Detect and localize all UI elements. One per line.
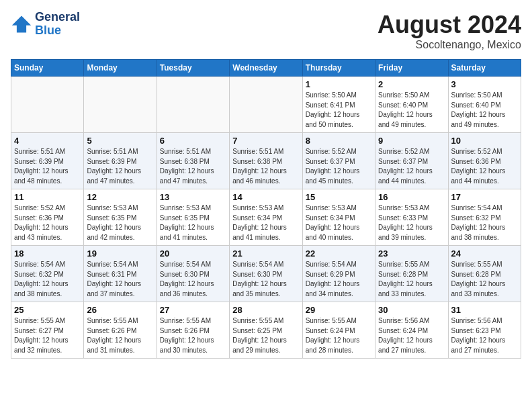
page-header: General Blue August 2024 Socoltenango, M… <box>11 11 521 51</box>
day-number: 21 <box>232 248 299 259</box>
day-info: Sunrise: 5:50 AM Sunset: 6:40 PM Dayligh… <box>451 91 518 130</box>
day-info: Sunrise: 5:51 AM Sunset: 6:38 PM Dayligh… <box>160 147 226 186</box>
calendar-day-cell: 16Sunrise: 5:53 AM Sunset: 6:33 PM Dayli… <box>375 189 448 246</box>
day-info: Sunrise: 5:55 AM Sunset: 6:26 PM Dayligh… <box>87 316 153 355</box>
day-info: Sunrise: 5:53 AM Sunset: 6:33 PM Dayligh… <box>378 203 445 242</box>
calendar-day-cell: 24Sunrise: 5:55 AM Sunset: 6:28 PM Dayli… <box>448 246 521 302</box>
day-info: Sunrise: 5:54 AM Sunset: 6:32 PM Dayligh… <box>14 260 81 299</box>
calendar-day-cell: 1Sunrise: 5:50 AM Sunset: 6:41 PM Daylig… <box>302 77 375 133</box>
calendar-day-cell: 14Sunrise: 5:53 AM Sunset: 6:34 PM Dayli… <box>230 189 302 246</box>
calendar-day-cell: 28Sunrise: 5:55 AM Sunset: 6:25 PM Dayli… <box>230 302 302 359</box>
day-info: Sunrise: 5:52 AM Sunset: 6:36 PM Dayligh… <box>14 203 81 242</box>
location: Socoltenango, Mexico <box>378 39 521 51</box>
calendar-day-cell: 30Sunrise: 5:56 AM Sunset: 6:24 PM Dayli… <box>375 302 448 359</box>
day-number: 17 <box>451 192 518 202</box>
day-number: 18 <box>14 248 81 259</box>
day-number: 26 <box>87 305 153 315</box>
calendar-day-cell: 5Sunrise: 5:51 AM Sunset: 6:39 PM Daylig… <box>84 133 157 189</box>
day-info: Sunrise: 5:56 AM Sunset: 6:23 PM Dayligh… <box>451 316 518 355</box>
day-number: 7 <box>232 136 299 146</box>
day-info: Sunrise: 5:50 AM Sunset: 6:41 PM Dayligh… <box>306 91 372 130</box>
day-number: 14 <box>232 192 299 202</box>
calendar-day-cell <box>84 77 157 133</box>
weekday-header-tuesday: Tuesday <box>157 60 229 77</box>
day-info: Sunrise: 5:55 AM Sunset: 6:26 PM Dayligh… <box>160 316 226 355</box>
calendar-day-cell: 19Sunrise: 5:54 AM Sunset: 6:31 PM Dayli… <box>84 246 157 302</box>
day-number: 31 <box>451 305 518 315</box>
calendar-day-cell <box>11 77 84 133</box>
calendar-day-cell <box>230 77 302 133</box>
calendar-day-cell: 31Sunrise: 5:56 AM Sunset: 6:23 PM Dayli… <box>448 302 521 359</box>
day-info: Sunrise: 5:55 AM Sunset: 6:28 PM Dayligh… <box>378 260 445 299</box>
day-number: 6 <box>160 136 226 146</box>
calendar-week-row: 18Sunrise: 5:54 AM Sunset: 6:32 PM Dayli… <box>11 246 521 302</box>
day-info: Sunrise: 5:55 AM Sunset: 6:28 PM Dayligh… <box>451 260 518 299</box>
weekday-header-monday: Monday <box>84 60 157 77</box>
calendar-day-cell: 15Sunrise: 5:53 AM Sunset: 6:34 PM Dayli… <box>302 189 375 246</box>
calendar-day-cell: 3Sunrise: 5:50 AM Sunset: 6:40 PM Daylig… <box>448 77 521 133</box>
day-info: Sunrise: 5:51 AM Sunset: 6:39 PM Dayligh… <box>14 147 81 186</box>
calendar-day-cell: 12Sunrise: 5:53 AM Sunset: 6:35 PM Dayli… <box>84 189 157 246</box>
day-number: 4 <box>14 136 81 146</box>
day-number: 22 <box>306 248 372 259</box>
day-info: Sunrise: 5:55 AM Sunset: 6:25 PM Dayligh… <box>232 316 299 355</box>
day-number: 27 <box>160 305 226 315</box>
day-number: 16 <box>378 192 445 202</box>
day-info: Sunrise: 5:52 AM Sunset: 6:37 PM Dayligh… <box>306 147 372 186</box>
day-info: Sunrise: 5:54 AM Sunset: 6:30 PM Dayligh… <box>232 260 299 299</box>
day-info: Sunrise: 5:51 AM Sunset: 6:39 PM Dayligh… <box>87 147 153 186</box>
day-info: Sunrise: 5:50 AM Sunset: 6:40 PM Dayligh… <box>378 91 445 130</box>
calendar-day-cell: 2Sunrise: 5:50 AM Sunset: 6:40 PM Daylig… <box>375 77 448 133</box>
day-number: 2 <box>378 79 445 89</box>
day-info: Sunrise: 5:54 AM Sunset: 6:32 PM Dayligh… <box>451 203 518 242</box>
day-number: 30 <box>378 305 445 315</box>
day-number: 19 <box>87 248 153 259</box>
day-number: 20 <box>160 248 226 259</box>
weekday-header-friday: Friday <box>375 60 448 77</box>
day-info: Sunrise: 5:54 AM Sunset: 6:30 PM Dayligh… <box>160 260 226 299</box>
day-number: 24 <box>451 248 518 259</box>
calendar-day-cell: 9Sunrise: 5:52 AM Sunset: 6:37 PM Daylig… <box>375 133 448 189</box>
month-title: August 2024 <box>378 11 521 39</box>
calendar-day-cell: 27Sunrise: 5:55 AM Sunset: 6:26 PM Dayli… <box>157 302 229 359</box>
day-number: 8 <box>306 136 372 146</box>
day-number: 29 <box>306 305 372 315</box>
calendar-day-cell: 10Sunrise: 5:52 AM Sunset: 6:36 PM Dayli… <box>448 133 521 189</box>
calendar-day-cell: 26Sunrise: 5:55 AM Sunset: 6:26 PM Dayli… <box>84 302 157 359</box>
day-info: Sunrise: 5:51 AM Sunset: 6:38 PM Dayligh… <box>232 147 299 186</box>
weekday-header-row: SundayMondayTuesdayWednesdayThursdayFrid… <box>11 60 521 77</box>
calendar-day-cell: 29Sunrise: 5:55 AM Sunset: 6:24 PM Dayli… <box>302 302 375 359</box>
day-info: Sunrise: 5:55 AM Sunset: 6:24 PM Dayligh… <box>306 316 372 355</box>
day-number: 25 <box>14 305 81 315</box>
day-info: Sunrise: 5:53 AM Sunset: 6:35 PM Dayligh… <box>160 203 226 242</box>
calendar-day-cell: 6Sunrise: 5:51 AM Sunset: 6:38 PM Daylig… <box>157 133 229 189</box>
day-info: Sunrise: 5:52 AM Sunset: 6:36 PM Dayligh… <box>451 147 518 186</box>
calendar-day-cell: 8Sunrise: 5:52 AM Sunset: 6:37 PM Daylig… <box>302 133 375 189</box>
calendar-day-cell: 21Sunrise: 5:54 AM Sunset: 6:30 PM Dayli… <box>230 246 302 302</box>
calendar-week-row: 25Sunrise: 5:55 AM Sunset: 6:27 PM Dayli… <box>11 302 521 359</box>
day-info: Sunrise: 5:53 AM Sunset: 6:34 PM Dayligh… <box>232 203 299 242</box>
logo-text: General Blue <box>35 11 80 38</box>
calendar-day-cell: 22Sunrise: 5:54 AM Sunset: 6:29 PM Dayli… <box>302 246 375 302</box>
calendar-day-cell: 18Sunrise: 5:54 AM Sunset: 6:32 PM Dayli… <box>11 246 84 302</box>
calendar-day-cell: 4Sunrise: 5:51 AM Sunset: 6:39 PM Daylig… <box>11 133 84 189</box>
logo: General Blue <box>11 11 80 38</box>
day-number: 28 <box>232 305 299 315</box>
day-number: 23 <box>378 248 445 259</box>
day-info: Sunrise: 5:53 AM Sunset: 6:35 PM Dayligh… <box>87 203 153 242</box>
calendar-week-row: 11Sunrise: 5:52 AM Sunset: 6:36 PM Dayli… <box>11 189 521 246</box>
calendar-day-cell: 25Sunrise: 5:55 AM Sunset: 6:27 PM Dayli… <box>11 302 84 359</box>
day-info: Sunrise: 5:54 AM Sunset: 6:31 PM Dayligh… <box>87 260 153 299</box>
calendar-day-cell: 13Sunrise: 5:53 AM Sunset: 6:35 PM Dayli… <box>157 189 229 246</box>
weekday-header-sunday: Sunday <box>11 60 84 77</box>
day-info: Sunrise: 5:55 AM Sunset: 6:27 PM Dayligh… <box>14 316 81 355</box>
calendar-day-cell: 23Sunrise: 5:55 AM Sunset: 6:28 PM Dayli… <box>375 246 448 302</box>
day-number: 12 <box>87 192 153 202</box>
calendar-day-cell: 11Sunrise: 5:52 AM Sunset: 6:36 PM Dayli… <box>11 189 84 246</box>
logo-icon <box>11 13 32 35</box>
day-number: 11 <box>14 192 81 202</box>
day-number: 13 <box>160 192 226 202</box>
day-number: 1 <box>306 79 372 89</box>
day-number: 3 <box>451 79 518 89</box>
title-block: August 2024 Socoltenango, Mexico <box>378 11 521 51</box>
